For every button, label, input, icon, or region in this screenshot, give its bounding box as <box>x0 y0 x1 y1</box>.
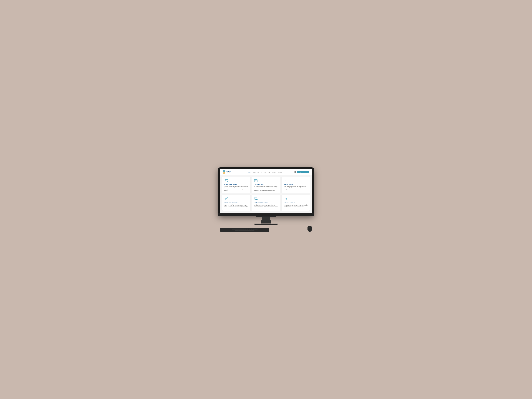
service-desc-3: Fintrust Title offers a comprehensive fu… <box>284 186 308 190</box>
monitor-stand-mid <box>261 217 271 223</box>
nav-link-home[interactable]: HOME <box>248 172 252 173</box>
service-desc-2: The two-owner search report encompasses … <box>254 186 278 191</box>
svg-point-9 <box>256 180 257 181</box>
logo-area: F Fintrust Financial TITLE BASED SOLUTIO… <box>223 170 236 174</box>
nav-item-blogs[interactable]: BLOGS <box>272 171 276 173</box>
request-quote-button[interactable]: REQUEST QUOTE <box>297 171 309 173</box>
service-title-1: Current Owner Search <box>224 184 248 185</box>
service-desc-1: Our team of researchers thoroughly exami… <box>224 186 248 191</box>
logo-tagline: TITLE BASED SOLUTIONS <box>226 173 234 173</box>
svg-rect-7 <box>254 179 257 182</box>
judgment-icon <box>254 196 259 201</box>
service-card-two-owner: Two Owner Search The two-owner search re… <box>252 177 280 193</box>
svg-point-6 <box>227 181 228 181</box>
service-card-rundown: Update / Rundown Search We ensure the ac… <box>222 195 250 211</box>
nav-link-blogs[interactable]: BLOGS <box>272 172 276 173</box>
service-desc-6: For years, Fintrust Title has dedicated … <box>284 203 308 209</box>
nav-item-about[interactable]: ABOUT US <box>253 171 259 173</box>
service-title-3: Full Title Search <box>284 184 308 185</box>
service-desc-5: Drawing upon our extensive experience in… <box>254 203 278 209</box>
full-title-icon <box>284 179 288 183</box>
svg-point-8 <box>255 180 256 181</box>
grid-icon[interactable] <box>295 171 296 173</box>
monitor-bezel-bottom:  <box>218 213 314 216</box>
navbar: F Fintrust Financial TITLE BASED SOLUTIO… <box>220 169 312 175</box>
logo-text-block: Fintrust Financial TITLE BASED SOLUTIONS <box>226 171 234 173</box>
monitor-stand-top <box>256 216 276 217</box>
desk-items <box>218 226 314 232</box>
nav-right: REQUEST QUOTE <box>295 171 309 173</box>
svg-rect-29 <box>284 197 286 200</box>
monitor-screen: F Fintrust Financial TITLE BASED SOLUTIO… <box>220 169 312 213</box>
service-card-document: Document Retrieval For years, Fintrust T… <box>282 195 310 211</box>
nav-item-home[interactable]: HOME <box>248 171 252 173</box>
nav-link-about[interactable]: ABOUT US <box>253 172 259 173</box>
svg-point-17 <box>226 198 226 199</box>
services-grid: Current Owner Search Our team of researc… <box>222 177 310 211</box>
service-card-full-title: Full Title Search Fintrust Title offers … <box>282 177 310 193</box>
svg-rect-11 <box>284 179 287 182</box>
svg-text:F: F <box>223 172 224 173</box>
current-owner-icon <box>224 179 229 183</box>
service-title-4: Update / Rundown Search <box>224 201 248 203</box>
nav-link-services[interactable]: SERVICES <box>261 172 266 173</box>
service-title-6: Document Retrieval <box>284 201 308 203</box>
two-owner-icon <box>254 179 259 183</box>
rundown-icon <box>224 196 229 201</box>
nav-item-contact[interactable]: CONTACT <box>278 171 283 173</box>
service-card-current-owner: Current Owner Search Our team of researc… <box>222 177 250 193</box>
nav-item-services[interactable]: SERVICES <box>261 171 266 173</box>
svg-rect-19 <box>227 198 228 199</box>
mouse <box>308 226 312 232</box>
nav-links: HOME ABOUT US SERVICES FAQ BLOGS CONTACT <box>236 171 295 173</box>
nav-link-contact[interactable]: CONTACT <box>278 172 283 173</box>
service-card-judgment: Judgment & Liens Search Drawing upon our… <box>252 195 280 211</box>
svg-line-28 <box>257 200 258 200</box>
document-icon <box>284 196 288 201</box>
service-title-2: Two Owner Search <box>254 184 278 185</box>
service-title-5: Judgment & Liens Search <box>254 201 278 203</box>
nav-item-faq[interactable]: FAQ <box>268 171 270 173</box>
monitor-base <box>254 223 278 225</box>
monitor-frame: F Fintrust Financial TITLE BASED SOLUTIO… <box>218 167 314 216</box>
logo-icon: F <box>223 170 226 174</box>
keyboard <box>220 228 269 232</box>
nav-link-faq[interactable]: FAQ <box>268 172 270 173</box>
main-content: Current Owner Search Our team of researc… <box>220 175 312 213</box>
apple-logo:  <box>266 213 266 215</box>
service-desc-4: We ensure the accuracy of previous title… <box>224 203 248 209</box>
